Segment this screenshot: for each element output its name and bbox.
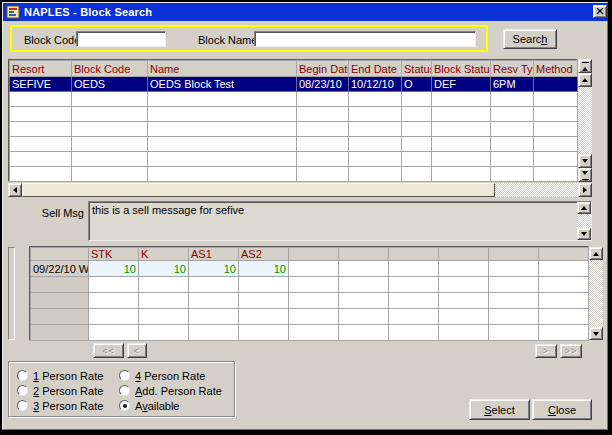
rate-column-as1: AS1 [189,248,239,261]
scroll-down-icon[interactable] [577,228,591,240]
scroll-down-icon[interactable] [589,327,603,340]
sell-msg-textarea[interactable]: this is a sell message for sefive [88,201,592,241]
cell-begin-date[interactable]: 08/23/10 [297,77,349,92]
rate-column-stk: STK [89,248,139,261]
close-button[interactable]: Close [532,399,592,420]
table-row-empty [10,137,578,152]
scroll-down-icon[interactable] [578,154,592,168]
rate-options-groupbox: 1 Person Rate 2 Person Rate 3 Person Rat… [8,361,235,417]
rate-nav-next-button[interactable]: > [535,344,557,358]
radio-label: 1 Person Rate [33,370,103,382]
radio-2-person-rate[interactable]: 2 Person Rate [17,384,103,397]
column-header-name: Name [148,61,297,77]
title-bar[interactable]: NAPLES - Block Search [3,3,608,21]
table-row-selected[interactable]: SEFIVE OEDS OEDS Block Test 08/23/10 10/… [10,77,578,92]
close-icon [596,8,604,15]
radio-label: Available [135,400,179,412]
rate-value-stk[interactable]: 10 [89,261,139,277]
rate-grid-scrollbar[interactable] [589,247,603,340]
radio-button[interactable] [17,370,28,381]
column-header-resort: Resort [10,61,72,77]
radio-button[interactable] [17,385,28,396]
rate-grid-corner-cell [31,248,89,261]
results-vertical-scrollbar[interactable] [578,59,592,182]
column-header-end-date: End Date [349,61,402,77]
radio-button[interactable] [119,370,130,381]
scroll-to-bottom-icon[interactable] [578,168,592,182]
block-code-label: Block Code [24,34,80,46]
select-button[interactable]: Select [469,399,530,420]
radio-button[interactable] [119,385,130,396]
search-criteria-panel: Block Code Block Name [10,25,488,52]
scroll-right-icon[interactable] [578,183,592,197]
radio-dot [123,404,127,408]
column-header-method: Method [534,61,578,77]
block-code-input[interactable] [76,31,166,47]
results-horizontal-scrollbar[interactable] [8,183,592,197]
rate-row-empty [31,277,589,293]
sell-msg-text: this is a sell message for sefive [89,202,591,218]
cell-end-date[interactable]: 10/12/10 [349,77,402,92]
table-row-empty [10,92,578,107]
radio-label: Add. Person Rate [135,385,222,397]
app-icon [6,5,20,19]
column-header-resv-type: Resv Type [491,61,534,77]
rate-column-k: K [139,248,189,261]
rate-row-empty [31,325,589,341]
results-table: Resort Block Code Name Begin Date End Da… [8,59,578,182]
block-name-label: Block Name [198,34,257,46]
rate-row-empty [31,293,589,309]
search-button[interactable]: Search [503,29,557,49]
rate-grid-left-gutter [8,247,15,340]
cell-block-status[interactable]: DEF [432,77,491,92]
scroll-up-icon[interactable] [577,202,591,214]
radio-button[interactable] [119,400,130,411]
table-row-empty [10,122,578,137]
scroll-to-top-icon[interactable] [578,59,592,73]
cell-block-code[interactable]: OEDS [72,77,148,92]
radio-label: 3 Person Rate [33,400,103,412]
rate-value-k[interactable]: 10 [139,261,189,277]
block-search-window: NAPLES - Block Search Block Code Block N… [0,0,612,435]
cell-resv-type[interactable]: 6PM [491,77,534,92]
column-header-begin-date: Begin Date [297,61,349,77]
block-name-input[interactable] [254,31,476,47]
radio-button[interactable] [17,400,28,411]
cell-method[interactable] [534,77,578,92]
table-row-empty [10,107,578,122]
scroll-left-icon[interactable] [8,183,22,197]
sell-msg-label: Sell Msg [20,207,84,219]
results-header-row: Resort Block Code Name Begin Date End Da… [10,61,578,77]
cell-name[interactable]: OEDS Block Test [148,77,297,92]
rate-nav-last-button[interactable]: >> [560,344,582,358]
rate-value-as1[interactable]: 10 [189,261,239,277]
column-header-status: Status [402,61,432,77]
radio-label: 2 Person Rate [33,385,103,397]
sell-msg-scrollbar[interactable] [577,202,591,240]
table-row-empty [10,152,578,167]
radio-3-person-rate[interactable]: 3 Person Rate [17,399,103,412]
rate-value-as2[interactable]: 10 [239,261,289,277]
scroll-up-icon[interactable] [578,73,592,87]
table-row-empty [10,167,578,182]
scroll-up-icon[interactable] [589,247,603,260]
horizontal-scroll-thumb[interactable] [22,183,495,197]
radio-4-person-rate[interactable]: 4 Person Rate [119,369,205,382]
rate-row-header: 09/22/10 Wed [31,261,89,277]
radio-add-person-rate[interactable]: Add. Person Rate [119,384,222,397]
radio-available[interactable]: Available [119,399,179,412]
radio-1-person-rate[interactable]: 1 Person Rate [17,369,103,382]
cell-status[interactable]: O [402,77,432,92]
rate-grid: STK K AS1 AS2 09/22/10 Wed 10 10 10 10 [29,246,589,341]
cell-resort[interactable]: SEFIVE [10,77,72,92]
rate-nav-prev-button[interactable]: < [127,343,147,358]
rate-row-empty [31,309,589,325]
radio-label: 4 Person Rate [135,370,205,382]
column-header-block-code: Block Code [72,61,148,77]
window-title: NAPLES - Block Search [24,6,152,18]
rate-column-as2: AS2 [239,248,289,261]
close-window-button[interactable] [593,5,607,18]
rate-grid-header-row: STK K AS1 AS2 [31,248,589,261]
rate-nav-first-button[interactable]: << [93,343,124,358]
column-header-block-status: Block Status [432,61,491,77]
